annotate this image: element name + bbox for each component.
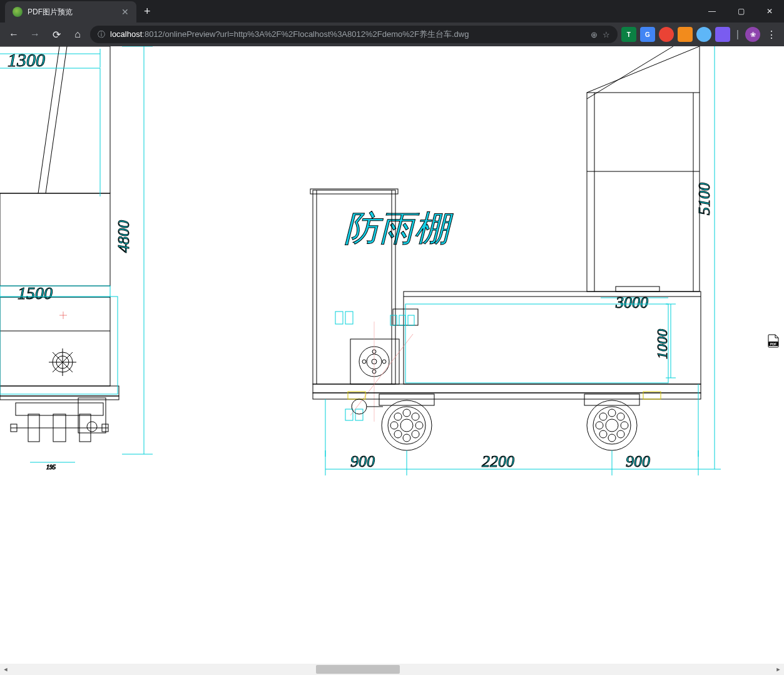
svg-line-41 [587,46,673,99]
svg-point-89 [394,413,402,420]
svg-point-99 [608,409,616,417]
svg-point-70 [382,360,386,363]
svg-point-88 [403,434,410,442]
svg-point-82 [382,400,432,450]
svg-text:PDF: PDF [770,342,776,346]
svg-point-79 [352,399,367,414]
tab-title: PDF图片预览 [28,7,73,18]
svg-rect-81 [379,394,434,405]
svg-rect-59 [335,312,343,324]
scroll-right-arrow-icon[interactable]: ► [773,664,784,675]
svg-rect-76 [313,393,701,399]
browser-tab[interactable]: PDF图片预览 ✕ [5,1,136,23]
svg-rect-64 [345,409,353,420]
horizontal-scrollbar[interactable]: ◄ ► [0,664,784,675]
dim-5100: 5100 [695,183,713,215]
svg-rect-112 [405,304,668,383]
extension-icon[interactable] [715,27,730,42]
bookmark-star-icon[interactable]: ☆ [603,30,610,39]
extension-icon[interactable] [696,27,711,42]
svg-point-32 [87,422,97,432]
svg-point-87 [403,409,410,417]
document-viewport[interactable]: 4800 1300 1500 [0,46,784,664]
dim-195: 195 [46,464,56,470]
label-rain-shelter: 防雨棚 [344,208,454,248]
address-bar[interactable]: ⓘ localhost:8012/onlinePreview?url=http%… [90,26,618,43]
svg-point-69 [362,360,366,363]
svg-point-92 [412,430,419,438]
extension-icon[interactable] [678,27,693,42]
svg-rect-10 [0,193,110,286]
svg-point-98 [621,422,628,429]
svg-rect-56 [616,287,659,292]
back-button[interactable]: ← [5,26,23,43]
dim-3000: 3000 [615,293,648,312]
browser-menu-button[interactable]: ⋮ [764,27,779,42]
svg-line-40 [587,46,700,93]
scrollbar-track[interactable] [11,664,773,675]
url-host: localhost [110,29,142,39]
home-button[interactable]: ⌂ [69,26,86,43]
svg-rect-65 [355,409,363,420]
dim-1000: 1000 [654,329,670,359]
svg-point-83 [388,407,425,444]
svg-point-101 [599,413,607,420]
window-maximize-button[interactable]: ▢ [726,0,755,23]
svg-point-96 [606,419,618,432]
pdf-download-badge[interactable]: PDF [767,334,780,348]
url-path: :8012/onlinePreview?url=http%3A%2F%2Floc… [142,29,469,39]
svg-rect-11 [0,286,110,297]
window-controls: — ▢ ✕ [698,0,784,23]
extension-icon[interactable] [659,27,674,42]
svg-point-103 [599,430,607,438]
tab-favicon [13,7,23,17]
window-minimize-button[interactable]: — [698,0,726,23]
extension-icon[interactable]: T [621,27,636,42]
forward-button[interactable]: → [26,26,44,43]
svg-rect-22 [0,386,119,396]
dim-4800: 4800 [115,220,133,253]
extensions-separator: | [734,29,741,40]
svg-point-102 [617,413,624,420]
svg-rect-39 [587,93,700,292]
dim-900b: 900 [626,452,650,470]
reload-button[interactable]: ⟳ [48,26,65,43]
window-close-button[interactable]: ✕ [755,0,784,23]
dim-900a: 900 [350,452,375,470]
svg-point-85 [390,422,398,429]
new-tab-button[interactable]: + [136,5,158,18]
svg-rect-36 [0,297,118,394]
zoom-icon[interactable]: ⊕ [591,30,598,39]
svg-point-94 [587,400,637,450]
svg-point-84 [400,419,413,432]
svg-point-95 [593,407,631,444]
svg-rect-62 [399,315,405,325]
cad-drawing-canvas: 4800 1300 1500 [0,46,784,664]
svg-rect-49 [310,189,398,194]
tab-close-icon[interactable]: ✕ [121,7,129,17]
dim-2200: 2200 [482,452,514,470]
svg-point-86 [415,422,423,429]
scroll-left-arrow-icon[interactable]: ◄ [0,664,11,675]
dim-1500: 1500 [18,283,53,303]
svg-point-90 [412,413,419,420]
svg-point-100 [608,434,616,442]
extension-icon[interactable]: G [640,27,655,42]
dim-1300: 1300 [8,49,45,70]
svg-rect-12 [0,297,110,386]
profile-avatar[interactable]: ❀ [745,27,760,42]
svg-rect-63 [408,315,414,325]
svg-point-91 [394,430,402,438]
svg-rect-60 [345,312,353,324]
svg-point-97 [596,422,603,429]
svg-rect-24 [16,403,103,415]
browser-toolbar: ← → ⟳ ⌂ ⓘ localhost:8012/onlinePreview?u… [0,23,784,46]
svg-rect-93 [584,394,639,405]
scrollbar-thumb[interactable] [316,665,400,674]
site-info-icon[interactable]: ⓘ [98,29,105,40]
window-titlebar: PDF图片预览 ✕ + — ▢ ✕ [0,0,784,23]
svg-point-104 [617,430,624,438]
